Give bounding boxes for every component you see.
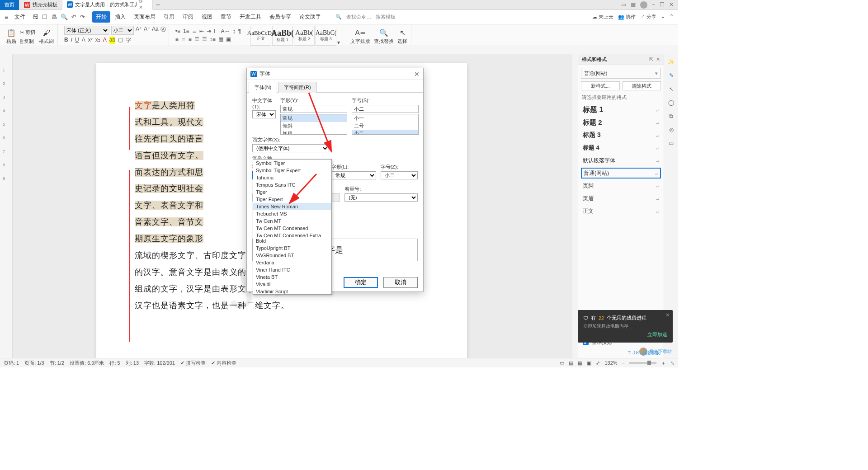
style-item[interactable]: 页眉↵ xyxy=(581,193,661,204)
zoom-out-icon[interactable]: − xyxy=(622,360,625,366)
layout-icon[interactable]: ▭ xyxy=(621,1,626,9)
style-item[interactable]: 页脚↵ xyxy=(581,180,661,191)
side-style-icon[interactable]: ✎ xyxy=(669,72,674,79)
tab-close-icon[interactable]: ⟳ ✕ xyxy=(139,0,148,10)
status-words[interactable]: 字数: 102/901 xyxy=(144,360,175,367)
ribbon-tab-layout[interactable]: 页面布局 xyxy=(130,11,159,23)
fullscreen-icon[interactable]: ⤡ xyxy=(670,360,675,366)
side-loc-icon[interactable]: ◎ xyxy=(669,127,674,133)
align-dist-icon[interactable]: ☰ xyxy=(202,36,207,42)
ribbon-tab-start[interactable]: 开始 xyxy=(92,11,110,23)
copy-button[interactable]: ⎘复制 xyxy=(19,37,36,46)
superscript-icon[interactable]: x² xyxy=(88,37,93,44)
ribbon-tab-vip[interactable]: 会员专享 xyxy=(266,11,295,23)
zoom-in-icon[interactable]: ＋ xyxy=(661,360,666,367)
cloud-status[interactable]: ☁ 未上云 xyxy=(592,14,613,20)
shading-icon[interactable]: ▦ xyxy=(218,36,223,42)
tab-home[interactable]: 首页 xyxy=(0,0,19,10)
font-option[interactable]: Viner Hand ITC xyxy=(253,266,331,273)
status-page[interactable]: 页码: 1 xyxy=(4,360,19,367)
font-option[interactable]: Vladimir Script xyxy=(253,288,331,295)
side-link-icon[interactable]: ⧉ xyxy=(669,113,673,119)
view-print-icon[interactable]: ▤ xyxy=(569,360,573,366)
dialog-tab-font[interactable]: 字体(N) xyxy=(249,82,277,93)
ok-button[interactable]: 确定 xyxy=(344,277,378,288)
zoom-value[interactable]: 132% xyxy=(604,360,617,366)
font-color-icon[interactable]: A xyxy=(103,37,107,44)
font-option[interactable]: Verdana xyxy=(253,259,331,266)
status-content[interactable]: ✔ 内容检查 xyxy=(211,360,236,367)
print-icon[interactable]: 🖶 xyxy=(51,14,57,20)
zoom-slider[interactable] xyxy=(629,362,656,364)
new-tab-button[interactable]: ＋ xyxy=(153,0,163,9)
font-option[interactable]: Tw Cen MT Condensed xyxy=(253,225,331,232)
system-notification[interactable]: ✕ 🛡 有 22 个无用的残留进程 立即加速释放电脑内存 立即加速 xyxy=(578,310,673,343)
border-icon[interactable]: ▣ xyxy=(226,36,231,42)
bold-icon[interactable]: B xyxy=(64,37,68,44)
tab-icon[interactable]: ⊢ xyxy=(214,28,218,34)
ribbon-tab-chapter[interactable]: 章节 xyxy=(217,11,235,23)
numbering-icon[interactable]: 1≡ xyxy=(183,28,189,34)
underline-icon[interactable]: U xyxy=(75,37,79,44)
menu-search[interactable]: 🔍 查找命令… 搜索模板 xyxy=(335,14,396,20)
vertical-scrollbar[interactable] xyxy=(572,54,578,358)
hamburger-icon[interactable]: ≡ xyxy=(3,14,10,21)
font-family-select[interactable]: 宋体 (正文) xyxy=(64,26,109,35)
indent-inc-icon[interactable]: ⇥ xyxy=(207,28,211,34)
cn-font-select[interactable]: 宋体 xyxy=(252,110,276,118)
alignx-icon[interactable]: A↔ xyxy=(221,28,230,34)
view-outline-icon[interactable]: ▣ xyxy=(587,360,591,366)
cut-button[interactable]: ✂剪切 xyxy=(19,28,36,37)
subscript-icon[interactable]: x₂ xyxy=(95,37,100,44)
ribbon-tab-paper[interactable]: 论文助手 xyxy=(296,11,325,23)
close-icon[interactable]: ✕ xyxy=(669,1,674,9)
coop-button[interactable]: 👥 协作 xyxy=(618,14,636,20)
view-web-icon[interactable]: ▦ xyxy=(578,360,582,366)
style-item[interactable]: 默认段落字体↵ xyxy=(581,155,661,166)
ribbon-tab-review[interactable]: 审阅 xyxy=(179,11,197,23)
italic-icon[interactable]: I xyxy=(71,37,72,44)
ribbon-tab-ref[interactable]: 引用 xyxy=(160,11,178,23)
font-option[interactable]: Symbol Tiger xyxy=(253,160,331,167)
style-item[interactable]: 正文↵ xyxy=(581,206,661,216)
line-spacing-icon[interactable]: ↕≡ xyxy=(210,36,216,42)
indent-dec-icon[interactable]: ⇤ xyxy=(199,28,204,34)
side-shape-icon[interactable]: ◯ xyxy=(668,99,674,106)
save-icon[interactable]: 🖫 xyxy=(33,14,38,20)
status-section[interactable]: 节: 1/2 xyxy=(50,360,64,367)
align-right-icon[interactable]: ≡ xyxy=(189,36,192,42)
font-option[interactable]: VAGRounded BT xyxy=(253,252,331,259)
status-spell[interactable]: ✔ 拼写检查 xyxy=(180,360,206,367)
new-style-button[interactable]: 新样式... xyxy=(581,81,620,90)
char-border-icon[interactable]: ▢ xyxy=(118,37,123,44)
align-center-icon[interactable]: ≣ xyxy=(181,36,186,42)
notif-action-link[interactable]: 立即加速 xyxy=(647,331,667,338)
ribbon-tab-insert[interactable]: 插入 xyxy=(111,11,129,23)
font-option[interactable]: Tw Cen MT Condensed Extra Bold xyxy=(253,232,331,244)
select-button[interactable]: ↖选择 xyxy=(396,28,408,46)
highlight-icon[interactable]: ab xyxy=(109,37,115,44)
help-icon[interactable]: ⌃ xyxy=(670,14,674,20)
avatar-icon[interactable] xyxy=(640,1,647,9)
size-list[interactable]: 小一 二号 小二 xyxy=(352,114,419,135)
font-size-select[interactable]: 小二 xyxy=(111,26,134,35)
complex-size-select[interactable]: 小二 xyxy=(381,171,418,179)
ribbon-tab-dev[interactable]: 开发工具 xyxy=(236,11,265,23)
collapse-ribbon-icon[interactable]: ⌄ xyxy=(661,14,665,20)
grid-icon[interactable]: ▦ xyxy=(631,1,636,9)
change-case-icon[interactable]: Aa xyxy=(152,26,159,35)
style-item[interactable]: 标题 4↵ xyxy=(581,142,661,153)
strike-icon[interactable]: A xyxy=(82,37,85,44)
view-read-icon[interactable]: ▭ xyxy=(560,360,564,366)
shrink-font-icon[interactable]: A⁻ xyxy=(144,26,150,35)
style-item[interactable]: 标题 2↵ xyxy=(581,117,661,128)
search-template-link[interactable]: 搜索模板 xyxy=(376,14,396,20)
redo-icon[interactable]: ↷ xyxy=(80,14,85,20)
save-as-icon[interactable]: ☐ xyxy=(42,14,47,20)
ribbon-tab-view[interactable]: 视图 xyxy=(198,11,216,23)
tab-document[interactable]: W 文字是人类用…的方式和工具 ⟳ ✕ xyxy=(62,0,153,10)
tab-template[interactable]: W 找壳壳模板 xyxy=(19,0,62,10)
font-option[interactable]: Vivaldi xyxy=(253,281,331,288)
style-h2[interactable]: AaBb(标题 2 xyxy=(294,26,315,46)
style-h1[interactable]: AaBb(标题 1 xyxy=(272,26,293,46)
